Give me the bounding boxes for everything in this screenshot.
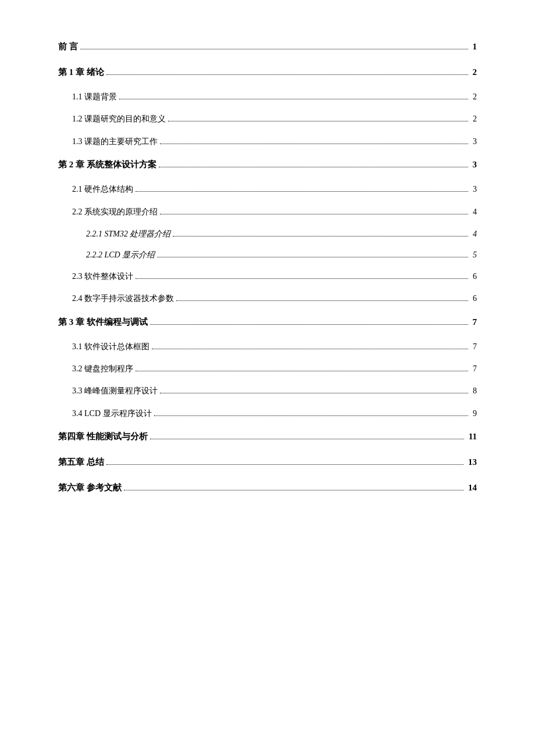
page: 前 言1第 1 章 绪论21.1 课题背景21.2 课题研究的目的和意义21.3… bbox=[0, 0, 535, 756]
toc-dots bbox=[176, 300, 468, 301]
toc-page: 2 bbox=[473, 91, 477, 103]
toc-page: 7 bbox=[473, 315, 477, 329]
toc-page: 6 bbox=[473, 292, 477, 305]
toc-entry-ch4: 第四章 性能测试与分析11 bbox=[58, 429, 477, 443]
toc-page: 4 bbox=[473, 228, 477, 241]
toc-label: 2.2.1 STM32 处理器介绍 bbox=[86, 228, 170, 241]
toc-entry-ch3: 第 3 章 软件编程与调试7 bbox=[58, 315, 477, 329]
toc-page: 3 bbox=[473, 183, 477, 196]
toc-dots bbox=[159, 167, 468, 167]
toc-dots bbox=[135, 371, 468, 371]
toc-label: 2.2.2 LCD 显示介绍 bbox=[86, 249, 155, 261]
toc-page: 13 bbox=[468, 455, 477, 469]
toc-page: 6 bbox=[473, 270, 477, 283]
toc-entry-s1-2: 1.2 课题研究的目的和意义2 bbox=[72, 113, 477, 126]
toc-label: 2.3 软件整体设计 bbox=[72, 270, 133, 283]
toc-entry-s3-1: 3.1 软件设计总体框图7 bbox=[72, 341, 477, 353]
toc-label: 第 1 章 绪论 bbox=[58, 65, 104, 79]
toc-label: 2.2 系统实现的原理介绍 bbox=[72, 206, 158, 218]
toc-dots bbox=[80, 49, 468, 49]
toc-dots bbox=[106, 464, 463, 465]
toc-label: 3.3 峰峰值测量程序设计 bbox=[72, 385, 158, 397]
toc-entry-s3-2: 3.2 键盘控制程序7 bbox=[72, 363, 477, 375]
toc-page: 4 bbox=[473, 206, 477, 218]
toc-entry-ch1: 第 1 章 绪论2 bbox=[58, 65, 477, 79]
toc-dots bbox=[154, 415, 469, 416]
toc-label: 3.1 软件设计总体框图 bbox=[72, 341, 149, 353]
toc-dots bbox=[135, 191, 468, 192]
toc-dots bbox=[160, 144, 468, 144]
toc-label: 第四章 性能测试与分析 bbox=[58, 429, 148, 443]
toc-page: 9 bbox=[473, 407, 477, 420]
toc-dots bbox=[160, 214, 468, 214]
toc-label: 1.1 课题背景 bbox=[72, 91, 117, 103]
toc-entry-s2-2-1: 2.2.1 STM32 处理器介绍4 bbox=[86, 228, 477, 241]
toc-page: 11 bbox=[469, 429, 477, 443]
toc-dots bbox=[106, 74, 468, 75]
toc-page: 5 bbox=[473, 249, 477, 261]
toc-page: 2 bbox=[473, 113, 477, 126]
toc-label: 第 2 章 系统整体设计方案 bbox=[58, 157, 156, 171]
toc-dots bbox=[173, 236, 468, 237]
toc-label: 1.2 课题研究的目的和意义 bbox=[72, 113, 166, 126]
toc-page: 7 bbox=[473, 341, 477, 353]
toc-dots bbox=[119, 99, 468, 99]
toc-label: 第六章 参考文献 bbox=[58, 481, 122, 495]
toc-dots bbox=[160, 393, 468, 393]
toc-dots bbox=[150, 439, 464, 439]
toc-entry-s1-3: 1.3 课题的主要研究工作3 bbox=[72, 135, 477, 148]
toc-entry-s2-2-2: 2.2.2 LCD 显示介绍5 bbox=[86, 249, 477, 261]
toc-page: 7 bbox=[473, 363, 477, 375]
toc-dots bbox=[157, 257, 468, 257]
toc-page: 8 bbox=[473, 385, 477, 397]
toc-entry-ch6: 第六章 参考文献14 bbox=[58, 481, 477, 495]
toc-label: 前 言 bbox=[58, 40, 78, 53]
toc-entry-ch2: 第 2 章 系统整体设计方案3 bbox=[58, 157, 477, 171]
toc-page: 2 bbox=[473, 65, 477, 79]
toc-entry-s3-4: 3.4 LCD 显示程序设计9 bbox=[72, 407, 477, 420]
toc-dots bbox=[150, 324, 468, 325]
toc-entry-s2-3: 2.3 软件整体设计6 bbox=[72, 270, 477, 283]
toc-page: 14 bbox=[468, 481, 477, 495]
toc-dots bbox=[168, 121, 468, 121]
toc-dots bbox=[124, 490, 463, 490]
toc-entry-s2-2: 2.2 系统实现的原理介绍4 bbox=[72, 206, 477, 218]
toc-label: 1.3 课题的主要研究工作 bbox=[72, 135, 158, 148]
toc-label: 3.4 LCD 显示程序设计 bbox=[72, 407, 152, 420]
toc-label: 2.4 数字手持示波器技术参数 bbox=[72, 292, 174, 305]
toc-entry-preface: 前 言1 bbox=[58, 40, 477, 53]
toc-entry-ch5: 第五章 总结13 bbox=[58, 455, 477, 469]
toc-label: 2.1 硬件总体结构 bbox=[72, 183, 133, 196]
toc-label: 第五章 总结 bbox=[58, 455, 104, 469]
toc-dots bbox=[152, 349, 468, 349]
toc-page: 1 bbox=[473, 40, 477, 53]
toc-entry-s2-1: 2.1 硬件总体结构3 bbox=[72, 183, 477, 196]
toc-dots bbox=[135, 278, 468, 279]
toc-entry-s2-4: 2.4 数字手持示波器技术参数6 bbox=[72, 292, 477, 305]
toc-page: 3 bbox=[473, 135, 477, 148]
toc-label: 第 3 章 软件编程与调试 bbox=[58, 315, 148, 329]
toc-page: 3 bbox=[473, 157, 477, 171]
toc-entry-s1-1: 1.1 课题背景2 bbox=[72, 91, 477, 103]
toc-label: 3.2 键盘控制程序 bbox=[72, 363, 133, 375]
toc-entry-s3-3: 3.3 峰峰值测量程序设计8 bbox=[72, 385, 477, 397]
